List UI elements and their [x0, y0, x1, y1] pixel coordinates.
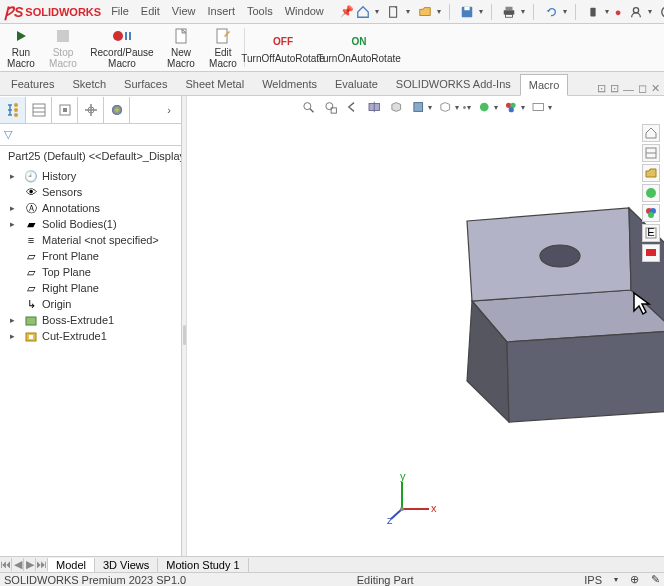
- edit-appearance-icon[interactable]: [475, 98, 493, 116]
- select-icon[interactable]: [584, 3, 602, 21]
- new-macro-button[interactable]: New Macro: [160, 24, 202, 71]
- custom-props-icon[interactable]: E: [642, 224, 660, 242]
- filter-icon[interactable]: ▽: [4, 128, 12, 141]
- hide-show-icon[interactable]: [436, 98, 454, 116]
- help-icon[interactable]: ?: [658, 3, 664, 21]
- previous-view-icon[interactable]: [343, 98, 361, 116]
- new-doc-icon[interactable]: [385, 3, 403, 21]
- status-units[interactable]: IPS: [584, 574, 602, 586]
- bottom-tab-model[interactable]: Model: [48, 558, 95, 572]
- tree-top-plane[interactable]: ▱Top Plane: [0, 264, 181, 280]
- bottom-tab-3dviews[interactable]: 3D Views: [95, 558, 158, 572]
- panel-collapse-icon[interactable]: ⊡: [597, 82, 606, 95]
- chevron-down-icon[interactable]: ▾: [521, 7, 525, 16]
- undo-icon[interactable]: [542, 3, 560, 21]
- menu-view[interactable]: View: [172, 5, 196, 18]
- bt-nav-last[interactable]: ⏭: [36, 558, 48, 571]
- play-icon: [14, 26, 28, 46]
- open-folder-icon[interactable]: [416, 3, 434, 21]
- fm-tab-dimxpert[interactable]: [78, 97, 104, 123]
- tab-surfaces[interactable]: Surfaces: [115, 73, 176, 95]
- run-macro-button[interactable]: Run Macro: [0, 24, 42, 71]
- status-custom-icon[interactable]: ⊕: [630, 573, 639, 586]
- chevron-down-icon[interactable]: ▾: [428, 103, 432, 112]
- tab-evaluate[interactable]: Evaluate: [326, 73, 387, 95]
- menu-edit[interactable]: Edit: [141, 5, 160, 18]
- chevron-down-icon[interactable]: ▾: [614, 575, 618, 584]
- record-pause-macro-button[interactable]: Record/Pause Macro: [84, 24, 160, 71]
- panel-restore-icon[interactable]: ◻: [638, 82, 647, 95]
- chevron-down-icon[interactable]: ▾: [548, 103, 552, 112]
- tab-sketch[interactable]: Sketch: [63, 73, 115, 95]
- menu-insert[interactable]: Insert: [207, 5, 235, 18]
- chevron-down-icon[interactable]: ▾: [437, 7, 441, 16]
- tree-sensors[interactable]: 👁Sensors: [0, 184, 181, 200]
- panel-options-icon[interactable]: ⊡: [610, 82, 619, 95]
- tab-features[interactable]: Features: [2, 73, 63, 95]
- tab-add-ins[interactable]: SOLIDWORKS Add-Ins: [387, 73, 520, 95]
- chevron-down-icon[interactable]: ▾: [605, 7, 609, 16]
- menu-file[interactable]: File: [111, 5, 129, 18]
- chevron-down-icon[interactable]: ▾: [494, 103, 498, 112]
- tree-boss-extrude[interactable]: ▸Boss-Extrude1: [0, 312, 181, 328]
- chevron-down-icon[interactable]: ▾: [455, 103, 459, 112]
- tree-history[interactable]: ▸🕘History: [0, 168, 181, 184]
- bt-nav-next[interactable]: ▶: [24, 558, 36, 571]
- tree-annotations[interactable]: ▸ⒶAnnotations: [0, 200, 181, 216]
- appearances-icon[interactable]: [642, 204, 660, 222]
- turn-on-autorotate-button[interactable]: ON TurnOnAutoRotate: [321, 24, 397, 71]
- turn-off-autorotate-button[interactable]: OFF TurnOffAutoRotate: [245, 24, 321, 71]
- chevron-down-icon[interactable]: ▾: [479, 7, 483, 16]
- tree-front-plane[interactable]: ▱Front Plane: [0, 248, 181, 264]
- chevron-down-icon[interactable]: ▾: [406, 7, 410, 16]
- fm-tab-property[interactable]: [26, 97, 52, 123]
- tree-origin[interactable]: ↳Origin: [0, 296, 181, 312]
- view-triad[interactable]: y x z: [387, 474, 437, 524]
- menu-window[interactable]: Window: [285, 5, 324, 18]
- tree-cut-extrude[interactable]: ▸Cut-Extrude1: [0, 328, 181, 344]
- chevron-down-icon[interactable]: ▾: [563, 7, 567, 16]
- expand-panel-icon[interactable]: ›: [157, 104, 181, 116]
- fm-tab-tree[interactable]: [0, 97, 26, 123]
- zoom-area-icon[interactable]: [321, 98, 339, 116]
- view-settings-icon[interactable]: [529, 98, 547, 116]
- viewport[interactable]: ▾ ▾ • ▾ ▾ ▾ ▾ y x z: [187, 96, 664, 574]
- bt-nav-first[interactable]: ⏮: [0, 558, 12, 571]
- tree-material[interactable]: ≡Material <not specified>: [0, 232, 181, 248]
- sw-forum-icon[interactable]: [642, 244, 660, 262]
- view-palette-icon[interactable]: [642, 184, 660, 202]
- section-view-icon[interactable]: [365, 98, 383, 116]
- tab-sheet-metal[interactable]: Sheet Metal: [176, 73, 253, 95]
- chevron-down-icon[interactable]: ▾: [648, 7, 652, 16]
- design-library-icon[interactable]: [642, 144, 660, 162]
- save-icon[interactable]: [458, 3, 476, 21]
- chevron-down-icon[interactable]: ▾: [375, 7, 379, 16]
- status-macro-icon[interactable]: ✎: [651, 573, 660, 586]
- tab-weldments[interactable]: Weldments: [253, 73, 326, 95]
- part-title[interactable]: Part25 (Default) <<Default>_Display Stat: [0, 146, 181, 166]
- bottom-tab-motion[interactable]: Motion Study 1: [158, 558, 248, 572]
- panel-close-icon[interactable]: ✕: [651, 82, 660, 95]
- home-icon[interactable]: [354, 3, 372, 21]
- display-style-icon[interactable]: [409, 98, 427, 116]
- panel-minimize-icon[interactable]: —: [623, 83, 634, 95]
- sw-resources-icon[interactable]: [642, 124, 660, 142]
- view-orientation-icon[interactable]: [387, 98, 405, 116]
- edit-macro-button[interactable]: Edit Macro: [202, 24, 244, 71]
- notification-icon[interactable]: ●: [615, 6, 622, 18]
- print-icon[interactable]: [500, 3, 518, 21]
- fm-tab-display[interactable]: [104, 97, 130, 123]
- menu-tools[interactable]: Tools: [247, 5, 273, 18]
- tree-right-plane[interactable]: ▱Right Plane: [0, 280, 181, 296]
- user-icon[interactable]: [627, 3, 645, 21]
- tab-macro[interactable]: Macro: [520, 74, 569, 96]
- chevron-down-icon[interactable]: ▾: [467, 103, 471, 112]
- file-explorer-icon[interactable]: [642, 164, 660, 182]
- bt-nav-prev[interactable]: ◀: [12, 558, 24, 571]
- fm-tab-config[interactable]: [52, 97, 78, 123]
- apply-scene-icon[interactable]: [502, 98, 520, 116]
- chevron-down-icon[interactable]: ▾: [521, 103, 525, 112]
- tree-solid-bodies[interactable]: ▸▰Solid Bodies(1): [0, 216, 181, 232]
- zoom-fit-icon[interactable]: [299, 98, 317, 116]
- menu-pin-icon[interactable]: 📌: [340, 5, 354, 18]
